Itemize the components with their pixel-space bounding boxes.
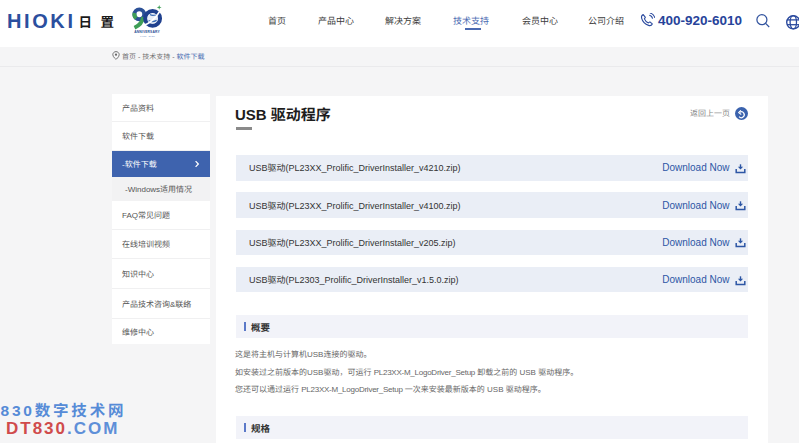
svg-text:ANNIVERSARY: ANNIVERSARY [134,30,160,34]
svg-text:1935 2025: 1935 2025 [140,35,155,37]
